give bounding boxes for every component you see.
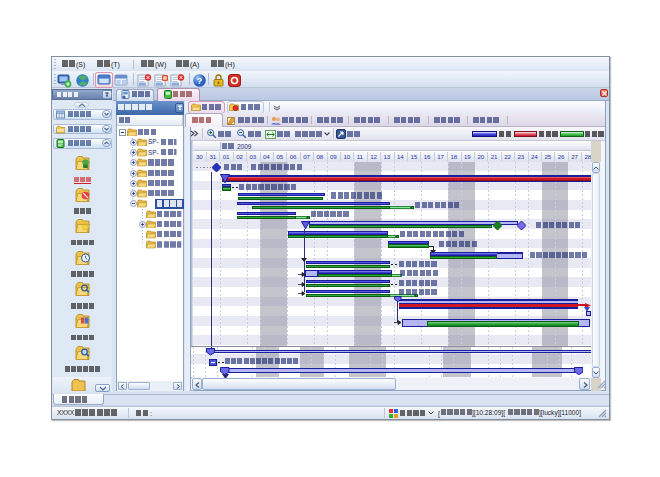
svg-text:?: ?	[197, 76, 203, 86]
